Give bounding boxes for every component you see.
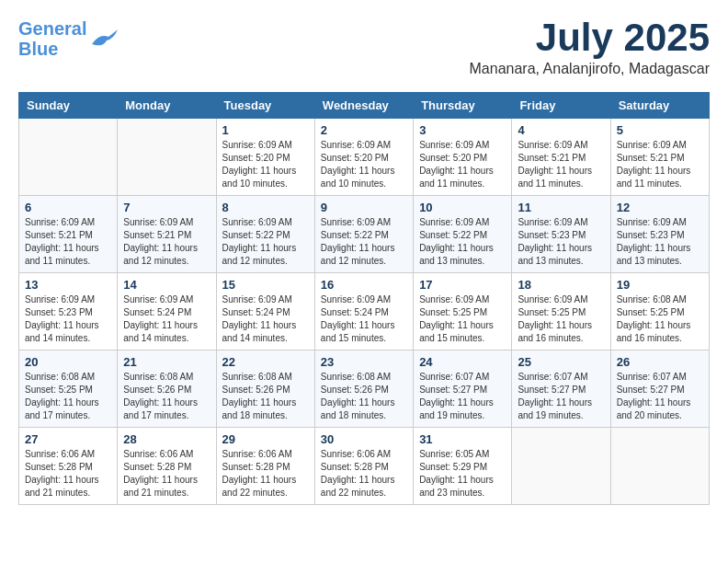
day-cell-26: 26Sunrise: 6:07 AMSunset: 5:27 PMDayligh… [610, 350, 709, 428]
day-number: 8 [222, 201, 309, 214]
empty-cell [118, 119, 216, 196]
day-number: 12 [617, 201, 703, 214]
day-number: 25 [518, 355, 604, 369]
day-cell-3: 3Sunrise: 6:09 AMSunset: 5:20 PMDaylight… [414, 119, 512, 196]
day-cell-20: 20Sunrise: 6:08 AMSunset: 5:25 PMDayligh… [19, 350, 118, 428]
day-info: Sunrise: 6:07 AMSunset: 5:27 PMDaylight:… [518, 371, 604, 422]
day-info: Sunrise: 6:06 AMSunset: 5:28 PMDaylight:… [123, 448, 210, 500]
subtitle: Mananara, Analanjirofo, Madagascar [470, 61, 711, 77]
day-number: 18 [518, 278, 604, 292]
day-cell-12: 12Sunrise: 6:09 AMSunset: 5:23 PMDayligh… [610, 196, 709, 273]
day-info: Sunrise: 6:09 AMSunset: 5:21 PMDaylight:… [25, 216, 111, 268]
empty-cell [19, 119, 118, 196]
day-number: 5 [617, 123, 703, 137]
day-info: Sunrise: 6:09 AMSunset: 5:21 PMDaylight:… [518, 139, 604, 190]
day-number: 27 [25, 432, 111, 446]
day-info: Sunrise: 6:09 AMSunset: 5:23 PMDaylight:… [518, 216, 604, 268]
day-info: Sunrise: 6:08 AMSunset: 5:25 PMDaylight:… [617, 293, 703, 345]
day-cell-31: 31Sunrise: 6:05 AMSunset: 5:29 PMDayligh… [414, 428, 512, 505]
day-cell-16: 16Sunrise: 6:09 AMSunset: 5:24 PMDayligh… [314, 273, 413, 350]
day-cell-2: 2Sunrise: 6:09 AMSunset: 5:20 PMDaylight… [314, 119, 413, 196]
day-cell-1: 1Sunrise: 6:09 AMSunset: 5:20 PMDaylight… [216, 119, 314, 196]
empty-cell [512, 428, 610, 505]
day-info: Sunrise: 6:09 AMSunset: 5:24 PMDaylight:… [321, 293, 407, 345]
day-info: Sunrise: 6:06 AMSunset: 5:28 PMDaylight:… [25, 448, 111, 500]
day-info: Sunrise: 6:07 AMSunset: 5:27 PMDaylight:… [419, 371, 506, 422]
day-info: Sunrise: 6:06 AMSunset: 5:28 PMDaylight:… [321, 448, 407, 500]
day-info: Sunrise: 6:09 AMSunset: 5:24 PMDaylight:… [222, 293, 309, 345]
day-cell-13: 13Sunrise: 6:09 AMSunset: 5:23 PMDayligh… [19, 273, 118, 350]
day-number: 26 [617, 355, 703, 369]
day-number: 22 [222, 355, 309, 369]
day-info: Sunrise: 6:09 AMSunset: 5:21 PMDaylight:… [617, 139, 703, 190]
day-cell-30: 30Sunrise: 6:06 AMSunset: 5:28 PMDayligh… [314, 428, 413, 505]
day-number: 15 [222, 278, 309, 292]
day-number: 19 [617, 278, 703, 292]
day-info: Sunrise: 6:09 AMSunset: 5:22 PMDaylight:… [419, 216, 506, 268]
day-number: 31 [419, 432, 506, 446]
day-cell-18: 18Sunrise: 6:09 AMSunset: 5:25 PMDayligh… [512, 273, 610, 350]
day-cell-5: 5Sunrise: 6:09 AMSunset: 5:21 PMDaylight… [610, 119, 709, 196]
main-title: July 2025 [470, 18, 711, 57]
weekday-header-friday: Friday [512, 93, 610, 119]
day-info: Sunrise: 6:09 AMSunset: 5:23 PMDaylight:… [617, 216, 703, 268]
day-cell-27: 27Sunrise: 6:06 AMSunset: 5:28 PMDayligh… [19, 428, 118, 505]
day-number: 14 [123, 278, 210, 292]
day-cell-28: 28Sunrise: 6:06 AMSunset: 5:28 PMDayligh… [118, 428, 216, 505]
week-row-1: 1Sunrise: 6:09 AMSunset: 5:20 PMDaylight… [19, 119, 710, 196]
day-cell-25: 25Sunrise: 6:07 AMSunset: 5:27 PMDayligh… [512, 350, 610, 428]
day-cell-10: 10Sunrise: 6:09 AMSunset: 5:22 PMDayligh… [414, 196, 512, 273]
day-number: 4 [518, 123, 604, 137]
day-info: Sunrise: 6:09 AMSunset: 5:25 PMDaylight:… [518, 293, 604, 345]
logo-bird-icon [90, 28, 118, 50]
day-number: 10 [419, 201, 506, 214]
day-number: 23 [321, 355, 407, 369]
week-row-4: 20Sunrise: 6:08 AMSunset: 5:25 PMDayligh… [19, 350, 710, 428]
day-info: Sunrise: 6:08 AMSunset: 5:26 PMDaylight:… [222, 371, 309, 422]
weekday-header-saturday: Saturday [610, 93, 709, 119]
day-number: 9 [321, 201, 407, 214]
day-info: Sunrise: 6:08 AMSunset: 5:26 PMDaylight:… [123, 371, 210, 422]
calendar-table: SundayMondayTuesdayWednesdayThursdayFrid… [18, 92, 710, 505]
day-cell-21: 21Sunrise: 6:08 AMSunset: 5:26 PMDayligh… [118, 350, 216, 428]
day-cell-24: 24Sunrise: 6:07 AMSunset: 5:27 PMDayligh… [414, 350, 512, 428]
day-info: Sunrise: 6:05 AMSunset: 5:29 PMDaylight:… [419, 448, 506, 500]
day-number: 13 [25, 278, 111, 292]
week-row-3: 13Sunrise: 6:09 AMSunset: 5:23 PMDayligh… [19, 273, 710, 350]
day-cell-15: 15Sunrise: 6:09 AMSunset: 5:24 PMDayligh… [216, 273, 314, 350]
day-cell-4: 4Sunrise: 6:09 AMSunset: 5:21 PMDaylight… [512, 119, 610, 196]
day-info: Sunrise: 6:09 AMSunset: 5:20 PMDaylight:… [419, 139, 506, 190]
day-info: Sunrise: 6:08 AMSunset: 5:26 PMDaylight:… [321, 371, 407, 422]
day-number: 7 [123, 201, 210, 214]
day-info: Sunrise: 6:09 AMSunset: 5:25 PMDaylight:… [419, 293, 506, 345]
day-number: 20 [25, 355, 111, 369]
day-info: Sunrise: 6:09 AMSunset: 5:24 PMDaylight:… [123, 293, 210, 345]
day-cell-11: 11Sunrise: 6:09 AMSunset: 5:23 PMDayligh… [512, 196, 610, 273]
day-info: Sunrise: 6:07 AMSunset: 5:27 PMDaylight:… [617, 371, 703, 422]
title-section: July 2025 Mananara, Analanjirofo, Madaga… [470, 18, 711, 77]
day-info: Sunrise: 6:09 AMSunset: 5:22 PMDaylight:… [321, 216, 407, 268]
day-number: 24 [419, 355, 506, 369]
week-row-2: 6Sunrise: 6:09 AMSunset: 5:21 PMDaylight… [19, 196, 710, 273]
day-cell-9: 9Sunrise: 6:09 AMSunset: 5:22 PMDaylight… [314, 196, 413, 273]
day-info: Sunrise: 6:09 AMSunset: 5:20 PMDaylight:… [222, 139, 309, 190]
day-number: 16 [321, 278, 407, 292]
weekday-header-monday: Monday [118, 93, 216, 119]
day-number: 29 [222, 432, 309, 446]
day-number: 30 [321, 432, 407, 446]
day-cell-23: 23Sunrise: 6:08 AMSunset: 5:26 PMDayligh… [314, 350, 413, 428]
day-number: 6 [25, 201, 111, 214]
day-info: Sunrise: 6:09 AMSunset: 5:20 PMDaylight:… [321, 139, 407, 190]
day-number: 2 [321, 123, 407, 137]
empty-cell [610, 428, 709, 505]
day-info: Sunrise: 6:06 AMSunset: 5:28 PMDaylight:… [222, 448, 309, 500]
logo-text: GeneralBlue [18, 18, 86, 59]
day-cell-8: 8Sunrise: 6:09 AMSunset: 5:22 PMDaylight… [216, 196, 314, 273]
day-number: 21 [123, 355, 210, 369]
day-cell-19: 19Sunrise: 6:08 AMSunset: 5:25 PMDayligh… [610, 273, 709, 350]
day-cell-6: 6Sunrise: 6:09 AMSunset: 5:21 PMDaylight… [19, 196, 118, 273]
day-number: 11 [518, 201, 604, 214]
day-cell-22: 22Sunrise: 6:08 AMSunset: 5:26 PMDayligh… [216, 350, 314, 428]
day-number: 3 [419, 123, 506, 137]
day-info: Sunrise: 6:08 AMSunset: 5:25 PMDaylight:… [25, 371, 111, 422]
